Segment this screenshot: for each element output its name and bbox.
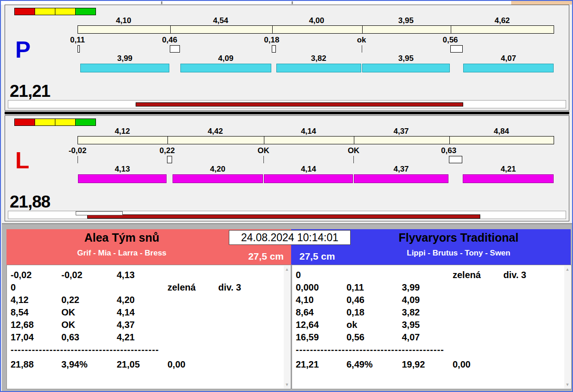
gap-value-label: 0,46	[162, 36, 177, 45]
traffic-light	[35, 8, 55, 15]
score-cell: -0,02	[61, 269, 117, 281]
measure-value-label: 3,82	[311, 54, 326, 63]
score-cell: 8,54	[11, 306, 61, 319]
totals-row: 21,883,94%21,050,00	[7, 358, 283, 371]
ruler-tick	[170, 26, 171, 33]
score-cell: 0,18	[346, 306, 402, 319]
measure-value-label: 4,09	[218, 54, 233, 63]
totals-cell: 0,00	[453, 358, 503, 371]
panel-divider	[5, 112, 569, 114]
segment-distance-label: 4,10	[116, 16, 131, 25]
gap-marker	[449, 156, 463, 163]
score-cell: div. 3	[503, 269, 526, 281]
gap-value-label: 0,22	[160, 146, 175, 155]
titlebar-tick	[161, 1, 162, 4]
distance-ruler	[78, 136, 554, 144]
segment-distance-label: 4,12	[115, 127, 130, 136]
progress-strip	[8, 211, 566, 219]
ruler-tick	[451, 26, 451, 33]
scroll-up-icon[interactable]: ▲	[564, 267, 571, 272]
score-row: 8,54OK4,14	[7, 306, 283, 319]
ruler-tick	[449, 137, 450, 144]
lane-total-value: 21,21	[10, 83, 50, 100]
distance-ruler	[78, 25, 554, 34]
measure-value-label: 3,95	[398, 54, 413, 63]
measure-bar	[463, 174, 554, 183]
titlebar	[1, 1, 572, 5]
score-cell: -0,02	[11, 269, 61, 281]
score-row: 12,68OK4,37	[7, 319, 283, 331]
traffic-lights	[14, 119, 96, 126]
measure-value-label: 4,21	[501, 165, 516, 174]
scroll-up-icon[interactable]: ▲	[284, 267, 290, 272]
traffic-light	[14, 8, 35, 15]
scrollbar[interactable]: ▲▼	[564, 266, 571, 388]
team-name: Alea Tým snů	[6, 231, 237, 244]
score-cell: 0,11	[346, 281, 402, 294]
traffic-light	[55, 119, 76, 126]
measure-value-label: 3,99	[117, 54, 132, 63]
totals-cell: 0,00	[167, 358, 218, 371]
measure-bar	[276, 64, 361, 72]
score-panel-left: -0,02-0,024,130zelenádiv. 34,120,224,208…	[6, 265, 291, 389]
scroll-down-icon[interactable]: ▼	[564, 382, 571, 387]
gap-marker	[353, 156, 354, 163]
score-cell: 3,99	[402, 281, 453, 294]
segment-distance-label: 4,62	[495, 16, 510, 25]
gap-value-label: OK	[348, 146, 360, 155]
lane-letter: L	[15, 149, 30, 172]
lane-letter: P	[15, 38, 30, 61]
score-cell: 4,20	[117, 294, 167, 306]
segment-distance-label: 4,37	[394, 127, 409, 136]
measure-bar	[180, 64, 271, 72]
measure-bar	[173, 174, 263, 183]
ruler-tick	[362, 26, 363, 33]
score-cell: OK	[61, 319, 117, 331]
totals-row: 21,216,49%19,920,00	[292, 358, 564, 371]
ruler-tick	[354, 137, 354, 144]
score-cell: 4,07	[402, 331, 453, 344]
measure-value-label: 4,13	[115, 165, 130, 174]
totals-cell: 19,92	[402, 358, 453, 371]
gap-marker	[78, 45, 80, 53]
score-cell: 0,56	[346, 331, 402, 344]
score-cell: 4,14	[117, 306, 167, 319]
measure-bar	[354, 174, 448, 183]
score-cell: 12,68	[11, 319, 61, 331]
gap-marker	[263, 156, 264, 163]
score-cell: div. 3	[218, 281, 241, 294]
score-cell: 12,64	[296, 319, 346, 331]
progress-bar	[136, 102, 463, 107]
segment-distance-label: 4,00	[309, 16, 324, 25]
separator-dashes: ----------------------------------------…	[292, 344, 564, 356]
score-cell: 0,000	[296, 281, 346, 294]
score-row: 16,590,564,07	[292, 331, 564, 344]
lane-panel-l: L21,884,12-0,024,134,420,224,204,14OK4,1…	[5, 115, 569, 221]
score-row: 4,120,224,20	[7, 294, 283, 306]
gap-marker	[78, 156, 78, 163]
progress-bar	[87, 214, 480, 219]
progress-strip	[8, 100, 566, 108]
gap-value-label: ok	[357, 36, 366, 45]
scroll-down-icon[interactable]: ▼	[284, 382, 290, 387]
gap-marker	[272, 45, 276, 53]
score-row: 8,640,183,82	[292, 306, 564, 319]
measure-bar	[362, 64, 450, 72]
traffic-light	[55, 8, 76, 15]
score-cell: 4,13	[117, 269, 167, 281]
traffic-light	[35, 119, 55, 126]
segment-distance-label: 4,84	[494, 127, 509, 136]
score-cell: 0,22	[61, 294, 117, 306]
measure-value-label: 4,07	[501, 54, 516, 63]
scrollbar[interactable]: ▲▼	[284, 266, 290, 388]
score-cell: 8,64	[296, 306, 346, 319]
ruler-tick	[272, 26, 273, 33]
totals-cell: 6,49%	[346, 358, 402, 371]
score-rows: -0,02-0,024,130zelenádiv. 34,120,224,208…	[7, 269, 283, 371]
score-cell: 0,46	[346, 294, 402, 306]
totals-cell: 21,21	[296, 358, 346, 371]
score-cell: ok	[346, 319, 402, 331]
gap-value-label: 0,18	[264, 36, 279, 45]
gap-value-label: OK	[257, 146, 269, 155]
score-cell: 4,37	[117, 319, 167, 331]
